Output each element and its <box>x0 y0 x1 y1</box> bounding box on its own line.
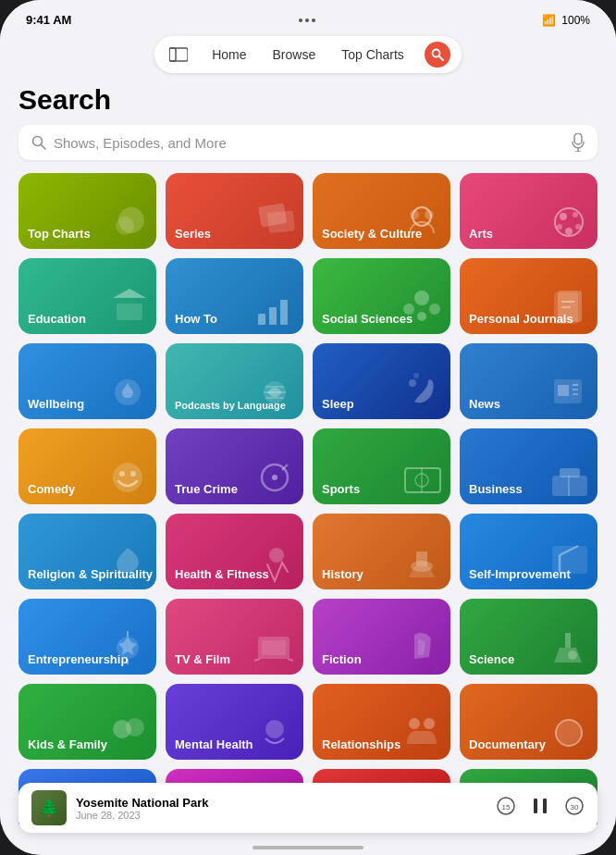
tile-truecrime[interactable]: True Crime <box>166 428 303 504</box>
player-controls: 15 30 <box>496 795 585 822</box>
svg-point-47 <box>113 463 142 492</box>
tile-label: Fiction <box>322 652 362 667</box>
nav-browse[interactable]: Browse <box>266 45 321 64</box>
tile-relationships[interactable]: Relationships <box>313 684 450 760</box>
svg-point-14 <box>410 210 419 219</box>
svg-point-73 <box>568 651 577 660</box>
search-placeholder: Shows, Episodes, and More <box>54 135 564 151</box>
tile-podcasts-lang[interactable]: Podcasts by Language <box>166 343 303 419</box>
player-info: Yosemite National Park June 28, 2023 <box>76 796 487 821</box>
tile-documentary[interactable]: Documentary <box>460 684 598 760</box>
svg-rect-1 <box>169 48 188 61</box>
svg-point-10 <box>116 217 134 235</box>
nav-home[interactable]: Home <box>206 45 252 64</box>
tile-society[interactable]: Society & Culture <box>313 173 450 249</box>
svg-rect-86 <box>543 799 547 813</box>
player-subtitle: June 28, 2023 <box>76 810 487 821</box>
tile-series[interactable]: Series <box>166 173 303 249</box>
svg-text:15: 15 <box>502 803 511 812</box>
tile-label: Sleep <box>322 397 354 412</box>
tile-science[interactable]: Science <box>460 599 598 675</box>
nav-bar: Home Browse Top Charts <box>0 32 616 81</box>
tile-history[interactable]: History <box>313 514 450 589</box>
tile-wellbeing[interactable]: Wellbeing <box>18 343 156 419</box>
tile-label: How To <box>175 312 217 327</box>
tile-entrepreneurship[interactable]: Entrepreneurship <box>18 599 156 675</box>
tile-journals[interactable]: Personal Journals <box>460 258 598 334</box>
tile-sleep[interactable]: Sleep <box>313 343 450 419</box>
svg-rect-25 <box>269 307 277 325</box>
player-thumbnail: 🌲 <box>31 790 67 825</box>
sidebar-toggle-icon[interactable] <box>166 42 191 68</box>
tile-label: True Crime <box>175 482 238 497</box>
tile-label: Series <box>175 227 211 242</box>
tile-news[interactable]: News <box>460 343 598 419</box>
play-pause-button[interactable] <box>529 795 551 822</box>
svg-rect-69 <box>262 640 286 655</box>
svg-rect-26 <box>280 300 288 325</box>
tile-kids[interactable]: Kids & Family <box>18 684 156 760</box>
tile-label: Documentary <box>469 737 546 752</box>
svg-point-20 <box>565 228 573 235</box>
rewind-button[interactable]: 15 <box>496 796 516 821</box>
page-title: Search <box>18 84 598 116</box>
tile-label: History <box>322 567 363 582</box>
svg-rect-85 <box>534 799 537 813</box>
tile-arts[interactable]: Arts <box>460 173 598 249</box>
nav-top-charts[interactable]: Top Charts <box>336 45 410 64</box>
player-title: Yosemite National Park <box>76 796 487 810</box>
tile-education[interactable]: Education <box>18 258 156 334</box>
svg-point-76 <box>265 720 284 738</box>
svg-line-3 <box>438 56 443 61</box>
tile-label: Religion & Spirituality <box>28 567 153 582</box>
tile-label: Wellbeing <box>28 397 84 412</box>
search-bar[interactable]: Shows, Episodes, and More <box>18 125 598 160</box>
svg-rect-22 <box>117 304 142 320</box>
svg-point-29 <box>429 304 440 315</box>
tile-label: Education <box>28 312 86 327</box>
svg-line-71 <box>288 659 293 661</box>
svg-rect-12 <box>267 211 295 233</box>
tile-business[interactable]: Business <box>460 428 598 504</box>
svg-rect-61 <box>416 551 427 566</box>
svg-point-59 <box>269 548 284 563</box>
tile-fiction[interactable]: Fiction <box>313 599 450 675</box>
svg-line-5 <box>42 145 46 150</box>
svg-point-17 <box>560 213 567 220</box>
home-indicator <box>253 846 363 849</box>
svg-point-19 <box>575 224 581 229</box>
svg-point-30 <box>417 312 426 321</box>
tile-religion[interactable]: Religion & Spirituality <box>18 514 156 589</box>
forward-button[interactable]: 30 <box>564 796 585 821</box>
svg-rect-53 <box>405 468 440 492</box>
tile-label: Podcasts by Language <box>175 400 286 412</box>
tile-label: Science <box>469 652 514 667</box>
tile-howto[interactable]: How To <box>166 258 303 334</box>
svg-point-78 <box>424 718 435 729</box>
battery-text: 100% <box>561 14 590 27</box>
status-dots <box>299 19 315 22</box>
tile-top-charts[interactable]: Top Charts <box>18 173 156 249</box>
svg-point-51 <box>272 475 277 480</box>
svg-point-40 <box>409 379 416 387</box>
svg-marker-23 <box>113 289 146 298</box>
tile-tvfilm[interactable]: TV & Film <box>166 599 303 675</box>
tile-self[interactable]: Self-Improvement <box>460 514 598 589</box>
microphone-icon[interactable] <box>572 133 585 152</box>
svg-line-70 <box>254 659 260 661</box>
tile-sports[interactable]: Sports <box>313 428 450 504</box>
tile-label: Top Charts <box>28 227 91 242</box>
tile-social[interactable]: Social Sciences <box>313 258 450 334</box>
svg-point-49 <box>130 471 136 477</box>
tile-label: Arts <box>469 227 493 242</box>
tile-comedy[interactable]: Comedy <box>18 428 156 504</box>
status-time: 9:41 AM <box>26 13 71 27</box>
tile-mental[interactable]: Mental Health <box>166 684 303 760</box>
nav-search-button[interactable] <box>425 42 450 68</box>
tile-label: Entrepreneurship <box>28 652 128 667</box>
status-bar: 9:41 AM 📶 100% <box>0 0 616 32</box>
device-frame: 9:41 AM 📶 100% Home Browse Top Charts <box>0 0 616 855</box>
tile-health[interactable]: Health & Fitness <box>166 514 303 589</box>
tile-label: TV & Film <box>175 652 230 667</box>
tile-label: Comedy <box>28 482 75 497</box>
